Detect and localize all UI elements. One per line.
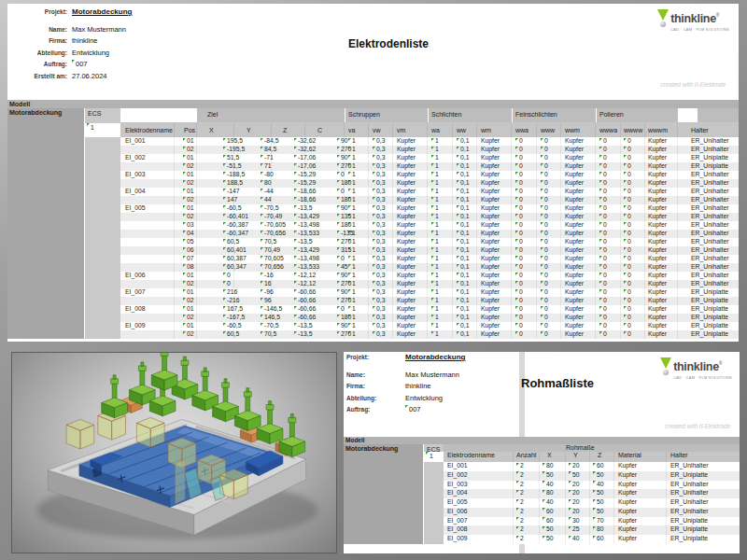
comment-marker-icon (599, 180, 602, 183)
cell-wwwm: Kupfer (645, 171, 678, 179)
cell-x: 60 (540, 508, 566, 517)
cell-halter: ER_Unihalter (682, 280, 739, 288)
comment-marker-icon (624, 331, 627, 334)
cell-wwa: 0 (512, 204, 537, 213)
comment-marker-icon (457, 205, 459, 208)
comment-marker-icon (541, 180, 543, 183)
created-with-note: created with tl-Elektrode (660, 81, 726, 88)
cell-pos: 01 (175, 322, 197, 330)
cell-pos: 06 (175, 246, 197, 255)
comment-marker-icon (599, 256, 602, 259)
cell-wwwa: 0 (596, 272, 621, 280)
comment-marker-icon (431, 315, 434, 317)
comment-marker-icon (515, 138, 518, 141)
cell-wm: Kupfer (477, 137, 512, 146)
meta-label: Auftrag: (24, 60, 67, 68)
cell-wwwm: Kupfer (645, 238, 678, 246)
cell-wwm: Kupfer (561, 314, 596, 322)
cell-halter: ER_Uniplatte (682, 288, 739, 297)
comment-marker-icon (223, 247, 226, 250)
cell-y: 20 (566, 508, 590, 517)
comment-marker-icon (261, 189, 263, 191)
cell-wwwm: Kupfer (645, 330, 678, 339)
cell-elektrodenname (120, 230, 175, 238)
cell-z: -15,29 (272, 171, 305, 179)
cell-wwwa: 0 (596, 305, 621, 314)
electrode-row: 04-60,347-70,656-13,533-13510,3Kupfer10,… (120, 230, 739, 238)
comment-marker-icon (457, 306, 459, 309)
cell-va: 1 (345, 171, 369, 179)
comment-marker-icon (294, 306, 297, 309)
cell-wwwa: 0 (596, 280, 621, 288)
cell-wwm: Kupfer (561, 230, 596, 238)
cell-halter: ER_Unihalter (667, 498, 740, 508)
cell-wwww: 0 (621, 146, 645, 154)
cell-material: Kupfer (614, 498, 667, 508)
cell-wwa: 0 (512, 305, 537, 314)
comment-marker-icon (405, 405, 408, 408)
comment-marker-icon (457, 180, 459, 183)
group-rohmasse: Rohmaße (444, 444, 740, 452)
cell-wwwm: Kupfer (645, 263, 678, 272)
cell-ww: 0,1 (453, 238, 477, 246)
cell-ww: 0,1 (453, 196, 477, 204)
comment-marker-icon (337, 138, 340, 141)
cell-wwm: Kupfer (561, 330, 596, 339)
cell-www: 0 (537, 162, 561, 171)
cell-vm: Kupfer (393, 263, 428, 272)
rohmass-row: EI_0022505050KupferER_Uniplatte (444, 471, 740, 481)
comment-marker-icon (541, 247, 543, 250)
cell-www: 0 (537, 288, 561, 297)
cell-wwwm: Kupfer (645, 305, 678, 314)
cell-wwm: Kupfer (561, 255, 596, 263)
cell-wwwm: Kupfer (645, 221, 678, 230)
model-3d-viewport[interactable] (11, 352, 337, 553)
cell-wwa: 0 (512, 322, 537, 330)
comment-marker-icon (431, 163, 434, 166)
cell-x: -216 (197, 297, 234, 305)
cell-ww: 0,1 (453, 221, 477, 230)
cell-elektrodenname: EI_007 (444, 517, 514, 526)
cell-wwa: 0 (512, 179, 537, 188)
comment-marker-icon (599, 289, 602, 292)
elektrodenliste-sheet: Projekt: Motorabdeckung Name: Max Muster… (7, 4, 739, 342)
rohmassliste-table: Modell Motorabdeckung ECS 1 Rohmaße Elek… (344, 437, 740, 545)
comment-marker-icon (294, 214, 297, 217)
comment-marker-icon (261, 256, 263, 259)
cell-vw: 0,3 (369, 238, 393, 246)
meta-abteilung: Abteilung: Entwicklung (346, 394, 465, 406)
comment-marker-icon (261, 247, 263, 250)
cell-wwww: 0 (621, 330, 645, 339)
comment-marker-icon (261, 331, 263, 334)
comment-marker-icon (183, 323, 186, 326)
comment-marker-icon (624, 256, 627, 259)
cell-wwww: 0 (621, 272, 645, 280)
comment-marker-icon (516, 517, 519, 520)
cell-elektrodenname: EI_008 (444, 525, 514, 535)
comment-marker-icon (183, 306, 186, 309)
cell-www: 0 (537, 230, 561, 238)
logo-tagline: CAD · CAM · PLM SOLUTIONS (673, 375, 732, 380)
cell-wwww: 0 (621, 238, 645, 246)
cell-wwww: 0 (621, 230, 645, 238)
comment-marker-icon (261, 147, 263, 149)
comment-marker-icon (599, 323, 602, 326)
cell-vm: Kupfer (393, 213, 428, 221)
cell-wwa: 0 (512, 255, 537, 263)
comment-marker-icon (515, 331, 518, 334)
cell-wa: 1 (428, 137, 453, 146)
comment-marker-icon (431, 138, 434, 141)
cell-wwm: Kupfer (561, 263, 596, 272)
cell-ww: 0,1 (453, 154, 477, 162)
electrode-row: 02-51,571-17,0627010,3Kupfer10,1Kupfer00… (120, 162, 739, 171)
comment-marker-icon (515, 273, 518, 275)
cell-wwwm: Kupfer (645, 297, 678, 305)
comment-marker-icon (624, 298, 627, 301)
cell-x: 0 (197, 272, 234, 280)
comment-marker-icon (261, 323, 263, 326)
meta-firma: Firma: thinkline (24, 36, 132, 49)
comment-marker-icon (457, 315, 459, 317)
comment-marker-icon (516, 481, 519, 483)
cell-elektrodenname (120, 297, 175, 305)
comment-marker-icon (261, 163, 263, 166)
